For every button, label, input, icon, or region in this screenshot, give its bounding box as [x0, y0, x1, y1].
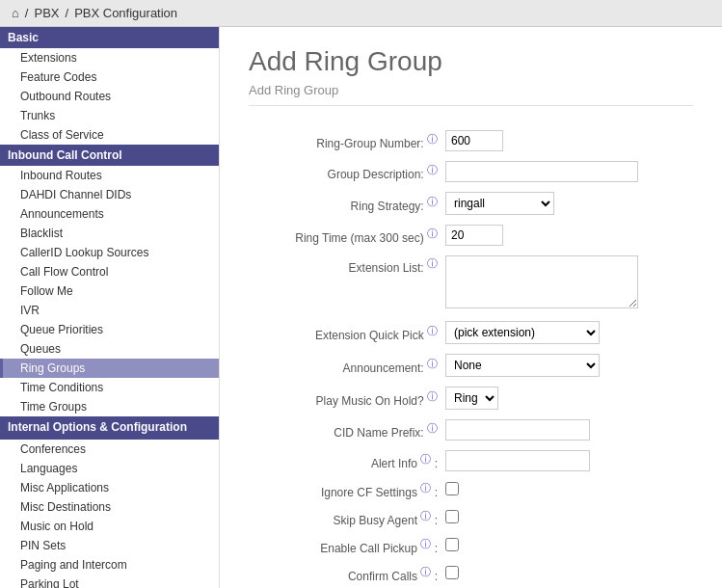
page-title: Add Ring Group: [249, 46, 693, 77]
breadcrumb-sub: Add Ring Group: [249, 83, 693, 97]
select-announcement[interactable]: None: [445, 354, 600, 377]
sidebar-item-languages[interactable]: Languages: [0, 459, 219, 478]
select-ring-strategy[interactable]: ringall hunt memoryhunt firstnotonphone …: [445, 192, 554, 215]
sidebar-item-callerid-lookup-sources[interactable]: CallerID Lookup Sources: [0, 243, 219, 262]
main-layout: Basic Extensions Feature Codes Outbound …: [0, 27, 722, 588]
help-announcement[interactable]: ⓘ: [427, 358, 438, 369]
sidebar-item-conferences[interactable]: Conferences: [0, 440, 219, 459]
help-ring-strategy[interactable]: ⓘ: [427, 196, 438, 207]
row-ring-group-number: Ring-Group Number: ⓘ: [249, 125, 693, 156]
label-play-music-on-hold: Play Music On Hold? ⓘ: [249, 382, 441, 414]
label-ring-group-number: Ring-Group Number: ⓘ: [249, 125, 441, 156]
sidebar-item-parking-lot[interactable]: Parking Lot: [0, 575, 219, 588]
sidebar-section-internal-options: Internal Options & Configuration: [0, 416, 219, 440]
checkbox-ignore-cf-settings[interactable]: [445, 482, 459, 495]
label-skip-busy-agent: Skip Busy Agent ⓘ :: [249, 504, 441, 532]
label-ignore-cf-settings: Ignore CF Settings ⓘ :: [249, 476, 441, 504]
row-announcement: Announcement: ⓘ None: [249, 349, 693, 382]
header-pbx-link[interactable]: PBX: [34, 6, 59, 20]
row-skip-busy-agent: Skip Busy Agent ⓘ :: [249, 504, 693, 532]
row-extension-list: Extension List: ⓘ: [249, 251, 693, 316]
sidebar-item-trunks[interactable]: Trunks: [0, 106, 219, 125]
help-alert-info[interactable]: ⓘ: [420, 453, 431, 465]
sidebar-item-inbound-routes[interactable]: Inbound Routes: [0, 166, 219, 185]
help-ring-group-number[interactable]: ⓘ: [427, 133, 438, 145]
help-skip-busy-agent[interactable]: ⓘ: [420, 510, 431, 521]
sidebar-item-time-groups[interactable]: Time Groups: [0, 397, 219, 416]
sidebar-item-announcements[interactable]: Announcements: [0, 204, 219, 224]
label-ring-strategy: Ring Strategy: ⓘ: [249, 187, 441, 220]
sidebar-section-basic: Basic: [0, 27, 219, 48]
sidebar-item-paging-and-intercom[interactable]: Paging and Intercom: [0, 555, 219, 575]
help-ignore-cf-settings[interactable]: ⓘ: [420, 482, 431, 494]
help-extension-quick-pick[interactable]: ⓘ: [427, 325, 438, 336]
sidebar-section-inbound-call-control: Inbound Call Control: [0, 145, 219, 166]
help-play-music-on-hold[interactable]: ⓘ: [427, 390, 438, 402]
row-ignore-cf-settings: Ignore CF Settings ⓘ :: [249, 476, 693, 504]
header: ⌂ / PBX / PBX Configuration: [0, 0, 722, 27]
sidebar-item-follow-me[interactable]: Follow Me: [0, 281, 219, 301]
sidebar-item-music-on-hold[interactable]: Music on Hold: [0, 517, 219, 536]
input-ring-group-number[interactable]: [445, 130, 503, 151]
label-group-description: Group Description: ⓘ: [249, 156, 441, 187]
sidebar-item-class-of-service[interactable]: Class of Service: [0, 125, 219, 145]
label-announcement: Announcement: ⓘ: [249, 349, 441, 382]
row-alert-info: Alert Info ⓘ :: [249, 445, 693, 476]
input-alert-info[interactable]: [445, 450, 590, 471]
sidebar-item-misc-destinations[interactable]: Misc Destinations: [0, 497, 219, 517]
input-ring-time[interactable]: [445, 225, 503, 246]
label-cid-name-prefix: CID Name Prefix: ⓘ: [249, 414, 441, 445]
sidebar-item-blacklist[interactable]: Blacklist: [0, 224, 219, 243]
sidebar-item-time-conditions[interactable]: Time Conditions: [0, 378, 219, 397]
select-extension-quick-pick[interactable]: (pick extension): [445, 321, 600, 344]
sidebar-item-outbound-routes[interactable]: Outbound Routes: [0, 87, 219, 106]
sidebar-item-extensions[interactable]: Extensions: [0, 48, 219, 67]
help-group-description[interactable]: ⓘ: [427, 164, 438, 175]
label-alert-info: Alert Info ⓘ :: [249, 445, 441, 476]
input-group-description[interactable]: [445, 161, 638, 182]
help-confirm-calls[interactable]: ⓘ: [420, 566, 431, 577]
label-extension-list: Extension List: ⓘ: [249, 251, 441, 316]
help-enable-call-pickup[interactable]: ⓘ: [420, 538, 431, 549]
help-cid-name-prefix[interactable]: ⓘ: [427, 422, 438, 434]
input-cid-name-prefix[interactable]: [445, 419, 590, 441]
checkbox-enable-call-pickup[interactable]: [445, 538, 459, 551]
row-confirm-calls: Confirm Calls ⓘ :: [249, 560, 693, 588]
checkbox-skip-busy-agent[interactable]: [445, 510, 459, 523]
select-play-music-on-hold[interactable]: Ring Yes No: [445, 387, 498, 410]
help-ring-time[interactable]: ⓘ: [427, 227, 438, 239]
row-enable-call-pickup: Enable Call Pickup ⓘ :: [249, 532, 693, 560]
row-play-music-on-hold: Play Music On Hold? ⓘ Ring Yes No: [249, 382, 693, 414]
label-enable-call-pickup: Enable Call Pickup ⓘ :: [249, 532, 441, 560]
sidebar-item-queue-priorities[interactable]: Queue Priorities: [0, 320, 219, 339]
row-group-description: Group Description: ⓘ: [249, 156, 693, 187]
header-sep2: /: [66, 6, 69, 20]
label-extension-quick-pick: Extension Quick Pick ⓘ: [249, 316, 441, 349]
sidebar-item-dahdi-channel-dids[interactable]: DAHDI Channel DIDs: [0, 185, 219, 204]
sidebar-item-pin-sets[interactable]: PIN Sets: [0, 536, 219, 555]
sidebar-item-queues[interactable]: Queues: [0, 339, 219, 359]
row-ring-time: Ring Time (max 300 sec) ⓘ: [249, 220, 693, 251]
sidebar-item-feature-codes[interactable]: Feature Codes: [0, 67, 219, 87]
textarea-extension-list[interactable]: [445, 255, 638, 308]
sidebar-item-call-flow-control[interactable]: Call Flow Control: [0, 262, 219, 281]
row-ring-strategy: Ring Strategy: ⓘ ringall hunt memoryhunt…: [249, 187, 693, 220]
sidebar: Basic Extensions Feature Codes Outbound …: [0, 27, 220, 588]
checkbox-confirm-calls[interactable]: [445, 566, 459, 579]
label-confirm-calls: Confirm Calls ⓘ :: [249, 560, 441, 588]
divider: [249, 105, 693, 106]
label-ring-time: Ring Time (max 300 sec) ⓘ: [249, 220, 441, 251]
home-icon[interactable]: ⌂: [12, 6, 19, 20]
header-page-title: PBX Configuration: [74, 6, 177, 20]
row-extension-quick-pick: Extension Quick Pick ⓘ (pick extension): [249, 316, 693, 349]
sidebar-item-ivr[interactable]: IVR: [0, 301, 219, 320]
form-table: Ring-Group Number: ⓘ Group Description: …: [249, 125, 693, 588]
content-area: Add Ring Group Add Ring Group Ring-Group…: [220, 27, 722, 588]
row-cid-name-prefix: CID Name Prefix: ⓘ: [249, 414, 693, 445]
help-extension-list[interactable]: ⓘ: [427, 257, 438, 269]
header-sep1: /: [25, 6, 29, 20]
sidebar-item-misc-applications[interactable]: Misc Applications: [0, 478, 219, 497]
sidebar-item-ring-groups[interactable]: Ring Groups: [0, 359, 219, 378]
